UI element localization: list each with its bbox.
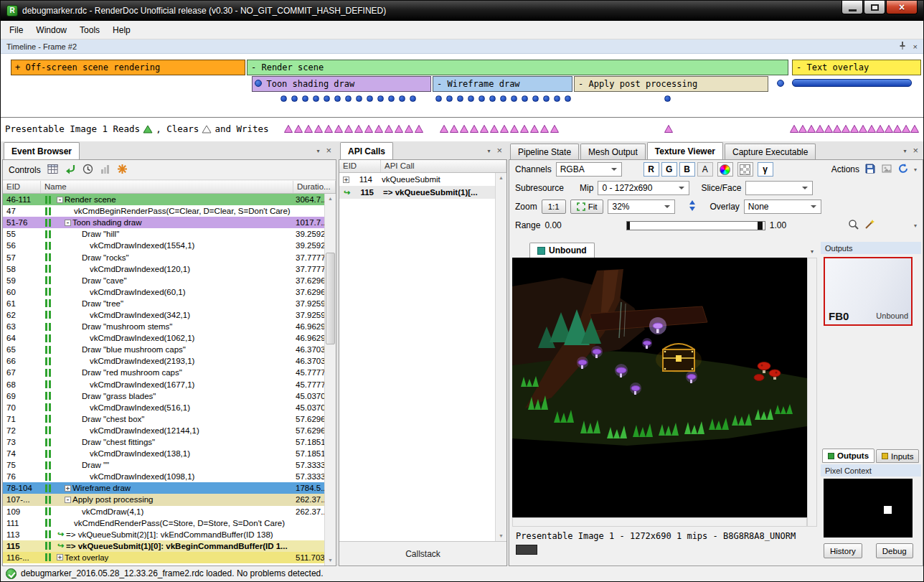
texture-vertical-scrollbar[interactable]: [807, 258, 817, 527]
panel-close-icon[interactable]: ×: [913, 147, 918, 154]
event-row[interactable]: 73 Draw "chest fittings" 57.18518: [3, 436, 324, 448]
event-row[interactable]: 78-104 Wireframe draw 1784.5...: [3, 482, 324, 494]
write-markers[interactable]: [284, 125, 423, 133]
write-markers[interactable]: [440, 125, 559, 133]
stats-icon[interactable]: [100, 164, 110, 177]
channel-toggle-button[interactable]: G: [661, 162, 677, 177]
event-row[interactable]: 59 Draw "cave" 37.62963: [3, 275, 324, 286]
scrollbar-thumb[interactable]: [326, 253, 335, 344]
flip-y-icon[interactable]: [688, 200, 697, 214]
channel-toggle-button[interactable]: A: [697, 162, 713, 177]
event-row[interactable]: 107-... Apply post processing 262.37...: [3, 494, 324, 505]
white-point-handle[interactable]: [758, 222, 763, 230]
tab-event-browser[interactable]: Event Browser: [4, 142, 80, 159]
toolbar-overflow-icon[interactable]: ▾: [914, 166, 917, 173]
event-row[interactable]: 56 vkCmdDrawIndexed(1554,1) 39.25926: [3, 240, 324, 251]
expand-collapse-icon[interactable]: [65, 220, 71, 226]
debug-button[interactable]: Debug: [876, 543, 913, 558]
event-row[interactable]: 69 Draw "grass blades" 45.03704: [3, 390, 324, 402]
timeline-body[interactable]: + Off-screen scene rendering - Render sc…: [1, 54, 923, 141]
event-row[interactable]: 58 vkCmdDrawIndexed(120,1) 37.77778: [3, 263, 324, 275]
expand-collapse-icon[interactable]: [57, 554, 63, 560]
scroll-up-icon[interactable]: ▲: [325, 194, 336, 204]
event-row[interactable]: 57 Draw "rocks" 37.77778: [3, 251, 324, 263]
draw-dots-toon[interactable]: [280, 95, 416, 102]
io-tab[interactable]: Outputs: [822, 449, 874, 463]
bookmark-icon[interactable]: [117, 164, 128, 177]
event-row[interactable]: 51-76 Toon shading draw 1017.7...: [3, 217, 324, 228]
close-icon[interactable]: ×: [913, 42, 918, 51]
autofit-wand-icon[interactable]: [864, 219, 875, 233]
overlay-dropdown[interactable]: None: [744, 200, 821, 214]
texture-display[interactable]: [512, 258, 807, 517]
texture-tab-unbound[interactable]: Unbound: [529, 243, 595, 258]
write-markers[interactable]: [790, 125, 919, 133]
event-row[interactable]: 62 vkCmdDrawIndexed(342,1) 37.92593: [3, 309, 324, 321]
event-row[interactable]: 55 Draw "hill" 39.25926: [3, 228, 324, 240]
channel-toggle-button[interactable]: R: [644, 162, 659, 177]
black-point-handle[interactable]: [627, 222, 630, 230]
api-call-row[interactable]: 114 vkQueueSubmit: [339, 173, 495, 186]
callstack-section[interactable]: Callstack: [339, 541, 506, 565]
maximize-button[interactable]: [864, 1, 885, 14]
title-bar[interactable]: R debugmarker.rdc - RenderDoc Unofficial…: [1, 1, 923, 21]
timeline-marker-offscreen[interactable]: + Off-screen scene rendering: [11, 60, 245, 75]
event-row[interactable]: 75 Draw "" 57.33333: [3, 459, 324, 471]
texture-horizontal-scrollbar[interactable]: [512, 517, 807, 527]
open-texture-list-icon[interactable]: [881, 163, 892, 177]
expand-collapse-icon[interactable]: [57, 197, 63, 203]
timeline-marker-toon[interactable]: - Toon shading draw: [252, 76, 431, 92]
timeline-marker-render-scene[interactable]: - Render scene: [247, 60, 788, 75]
pixel-context-view[interactable]: [824, 479, 913, 538]
write-markers[interactable]: [664, 125, 673, 133]
event-row[interactable]: 115 => vkQueueSubmit(1)[0]: vkBeginComma…: [3, 540, 324, 552]
event-row[interactable]: 68 vkCmdDrawIndexed(1677,1) 45.77778: [3, 379, 324, 390]
fb0-thumbnail[interactable]: FB0 Unbound: [824, 257, 913, 326]
menu-item[interactable]: Help: [106, 22, 137, 38]
panel-tab[interactable]: Mesh Output: [580, 144, 646, 159]
panel-close-icon[interactable]: ×: [496, 147, 502, 154]
event-row[interactable]: 47 vkCmdBeginRenderPass(C=Clear, D=Clear…: [3, 205, 324, 217]
zoom-1to1-button[interactable]: 1:1: [542, 200, 566, 214]
expand-collapse-icon[interactable]: [57, 542, 65, 550]
menu-item[interactable]: Tools: [73, 22, 106, 38]
panel-menu-icon[interactable]: ▾: [487, 148, 490, 154]
draw-dot[interactable]: [255, 80, 262, 87]
event-row[interactable]: 63 Draw "mushroom stems" 46.96296: [3, 321, 324, 332]
draw-range-bar[interactable]: [792, 79, 912, 87]
zoom-level-combo[interactable]: 32%: [608, 200, 675, 214]
panel-close-icon[interactable]: ×: [326, 147, 331, 154]
event-row[interactable]: 109 vkCmdDraw(4,1) 262.37...: [3, 506, 324, 517]
minimize-button[interactable]: [842, 1, 863, 14]
draw-dot[interactable]: [777, 80, 784, 87]
slice-face-dropdown[interactable]: [745, 181, 813, 195]
range-slider[interactable]: [626, 221, 765, 230]
event-row[interactable]: 67 Draw "red mushroom caps" 45.77778: [3, 367, 324, 378]
expand-icon[interactable]: [343, 189, 351, 197]
zoom-fit-button[interactable]: Fit: [570, 200, 604, 214]
menu-item[interactable]: Window: [29, 22, 73, 38]
event-row[interactable]: 70 vkCmdDrawIndexed(516,1) 45.03704: [3, 402, 324, 413]
channels-dropdown[interactable]: RGBA: [556, 162, 622, 177]
api-call-row[interactable]: 115 => vkQueueSubmit(1)[...: [339, 186, 495, 199]
panel-menu-icon[interactable]: ▾: [316, 148, 319, 154]
expand-collapse-icon[interactable]: [57, 530, 65, 538]
mip-dropdown[interactable]: 0 - 1272x690: [598, 181, 689, 195]
toolbar-overflow-icon[interactable]: ▾: [914, 222, 917, 229]
event-row[interactable]: 66 vkCmdDrawIndexed(2193,1) 46.37037: [3, 355, 324, 367]
time-durations-icon[interactable]: [82, 164, 93, 177]
scroll-down-icon[interactable]: ▼: [325, 555, 336, 565]
event-row[interactable]: 76 vkCmdDrawIndexed(1098,1) 57.33333: [3, 471, 324, 482]
timeline-panel-header[interactable]: Timeline - Frame #2 ×: [1, 39, 923, 54]
panel-tab[interactable]: Texture Viewer: [647, 142, 723, 159]
event-row[interactable]: 72 vkCmdDrawIndexed(12144,1) 57.62963: [3, 425, 324, 436]
save-icon[interactable]: [864, 163, 876, 177]
select-columns-icon[interactable]: [47, 164, 58, 177]
panel-menu-icon[interactable]: ▾: [903, 148, 906, 154]
event-row[interactable]: 61 Draw "tree" 37.92593: [3, 298, 324, 309]
scroll-up-icon[interactable]: ▲: [496, 173, 506, 183]
channel-toggle-button[interactable]: B: [679, 162, 695, 177]
close-button[interactable]: ×: [886, 1, 918, 14]
timeline-marker-text-overlay[interactable]: - Text overlay: [792, 60, 921, 75]
panel-tab[interactable]: Pipeline State: [510, 144, 579, 159]
